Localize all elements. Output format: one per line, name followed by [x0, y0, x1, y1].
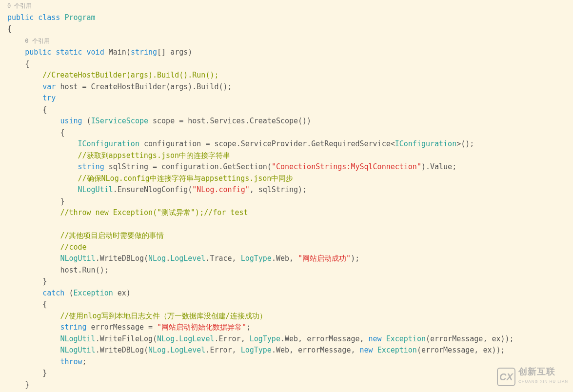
code-editor: 0 个引用 public class Program { 0 个引用 publi…: [0, 0, 573, 391]
kw-public: public: [7, 13, 34, 22]
comment: //CreateHostBuilder(args).Build().Run();: [42, 71, 218, 79]
kw-class: class: [38, 13, 60, 22]
type-program: Program: [64, 13, 95, 22]
codelens-main[interactable]: 0 个引用: [25, 38, 49, 44]
watermark-sub: CHUANG XIN HU LIAN: [518, 376, 568, 388]
watermark-brand: 创新互联: [518, 367, 568, 376]
watermark: CX 创新互联 CHUANG XIN HU LIAN: [497, 367, 568, 388]
watermark-logo-icon: CX: [497, 368, 515, 386]
codelens-class[interactable]: 0 个引用: [7, 2, 32, 9]
